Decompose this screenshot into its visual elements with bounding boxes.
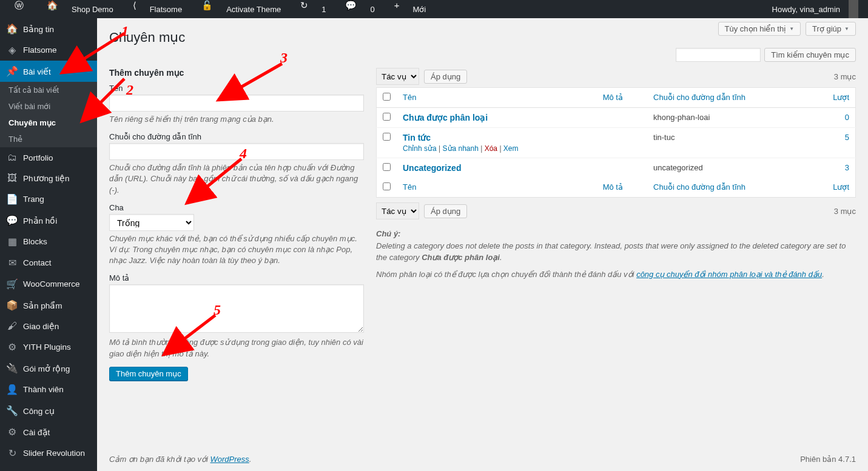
- desc-cell: [597, 108, 647, 128]
- category-name-link[interactable]: Tin tức: [403, 133, 431, 142]
- sidebar-item-blocks[interactable]: ▦Blocks: [0, 231, 97, 252]
- delete-link[interactable]: Xóa: [485, 144, 497, 153]
- lock-icon: 🔓: [197, 0, 218, 18]
- menu-label: Thành viên: [23, 385, 64, 394]
- menu-label: Sản phẩm: [23, 301, 62, 310]
- col-count-foot[interactable]: Lượt: [833, 182, 849, 192]
- sidebar-item-woocommerce[interactable]: 🛒WooCommerce: [0, 273, 97, 295]
- quick-edit-link[interactable]: Sửa nhanh: [443, 144, 479, 153]
- table-row: Uncategorized uncategorized 3: [377, 158, 856, 178]
- sidebar-item-pages[interactable]: 📄Trang: [0, 189, 97, 210]
- menu-label: Gói mở rộng: [23, 364, 70, 373]
- view-link[interactable]: Xem: [503, 144, 519, 153]
- subitem-tags[interactable]: Thẻ: [0, 131, 97, 147]
- delete-note: Chú ý: Deleting a category does not dele…: [376, 228, 856, 280]
- categories-table: Tên Mô tả Chuỗi cho đường dẫn tĩnh Lượt …: [376, 87, 856, 198]
- screen-options-button[interactable]: Tùy chọn hiển thị: [718, 22, 801, 36]
- new-link[interactable]: +Mới: [385, 0, 436, 18]
- dashboard-icon: 🏠: [6, 23, 18, 35]
- item-count-bottom: 3 mục: [834, 207, 856, 216]
- site-link[interactable]: 🏠Shop Demo: [37, 0, 123, 18]
- row-checkbox[interactable]: [383, 113, 391, 121]
- sidebar-item-yith[interactable]: ⚙YITH Plugins: [0, 336, 97, 358]
- count-link[interactable]: 3: [845, 163, 849, 172]
- slug-help: Chuỗi cho đường dẫn tĩnh là phiên bản củ…: [109, 162, 364, 196]
- woo-icon: 🛒: [6, 278, 18, 290]
- name-input[interactable]: [109, 95, 364, 112]
- col-slug[interactable]: Chuỗi cho đường dẫn tĩnh: [653, 93, 745, 102]
- sidebar-item-contact[interactable]: ✉Contact: [0, 252, 97, 273]
- sidebar-item-media[interactable]: 🖼Phương tiện: [0, 168, 97, 189]
- col-desc-foot[interactable]: Mô tả: [603, 182, 623, 192]
- gear-icon: ⚙: [6, 341, 18, 353]
- howdy-link[interactable]: Howdy, vina_admin: [762, 0, 863, 18]
- converter-link[interactable]: công cụ chuyển đổi nhóm phân loại và thẻ…: [636, 270, 822, 279]
- search-button[interactable]: Tìm kiếm chuyên mục: [764, 48, 856, 62]
- sidebar-item-posts[interactable]: 📌Bài viết: [0, 61, 97, 82]
- bulk-action-select-top[interactable]: Tác vụ: [376, 68, 419, 85]
- parent-select[interactable]: Trống: [109, 214, 194, 231]
- edit-link[interactable]: Chỉnh sửa: [403, 144, 437, 153]
- wordpress-link[interactable]: WordPress: [210, 455, 249, 464]
- admin-footer: Cảm ơn bạn đã khởi tạo với WordPress. Ph…: [109, 455, 856, 464]
- sidebar-item-appearance[interactable]: 🖌Giao diện: [0, 316, 97, 336]
- bulk-action-select-bottom[interactable]: Tác vụ: [376, 202, 419, 219]
- wp-logo[interactable]: ⓦ: [5, 0, 37, 18]
- desc-textarea[interactable]: [109, 284, 364, 333]
- col-desc[interactable]: Mô tả: [603, 93, 623, 102]
- sidebar-item-slider[interactable]: ↻Slider Revolution: [0, 443, 97, 464]
- subitem-new-post[interactable]: Viết bài mới: [0, 98, 97, 115]
- note-text-2: Nhóm phân loại có thể được lựa chọn chuy…: [376, 270, 636, 279]
- comments-link[interactable]: 💬0: [335, 0, 384, 18]
- category-search-input[interactable]: [676, 48, 761, 62]
- user-icon: 👤: [6, 384, 18, 395]
- slug-input[interactable]: [109, 143, 364, 160]
- row-checkbox[interactable]: [383, 133, 391, 141]
- media-icon: 🖼: [6, 173, 18, 184]
- desc-cell: [597, 158, 647, 178]
- sidebar-item-dashboard[interactable]: 🏠Bảng tin: [0, 18, 97, 39]
- desc-cell: [597, 128, 647, 158]
- col-count[interactable]: Lượt: [833, 93, 849, 102]
- select-all-bottom[interactable]: [383, 182, 391, 190]
- new-text: Mới: [408, 0, 431, 18]
- sidebar-item-portfolio[interactable]: 🗂Portfolio: [0, 147, 97, 168]
- theme-link[interactable]: ⟨Flatsome: [123, 0, 192, 18]
- category-name-link[interactable]: Chưa được phân loại: [403, 113, 488, 122]
- category-name-link[interactable]: Uncategorized: [403, 163, 461, 173]
- subitem-all-posts[interactable]: Tất cả bài viết: [0, 82, 97, 98]
- sidebar-item-collapse[interactable]: ◀Thu gọn trình đơn: [0, 464, 97, 471]
- updates-link[interactable]: ↻1: [291, 0, 335, 18]
- sidebar-item-flatsome[interactable]: ◈Flatsome: [0, 39, 97, 61]
- select-all-top[interactable]: [383, 93, 391, 101]
- updates-count: 1: [317, 0, 331, 18]
- apply-button-bottom[interactable]: Áp dụng: [424, 204, 467, 218]
- sidebar-item-comments[interactable]: 💬Phản hồi: [0, 210, 97, 231]
- subitem-categories[interactable]: Chuyên mục: [0, 115, 97, 131]
- item-count-top: 3 mục: [834, 72, 856, 81]
- flatsome-icon: ◈: [6, 44, 18, 56]
- admin-toolbar: ⓦ 🏠Shop Demo ⟨Flatsome 🔓Activate Theme ↻…: [0, 0, 868, 18]
- slug-cell: tin-tuc: [647, 128, 810, 158]
- plus-icon: +: [389, 0, 405, 18]
- activate-theme-link[interactable]: 🔓Activate Theme: [192, 0, 291, 18]
- admin-sidebar: 🏠Bảng tin ◈Flatsome 📌Bài viết Tất cả bài…: [0, 18, 97, 471]
- row-actions: Chỉnh sửa | Sửa nhanh | Xóa | Xem: [403, 144, 591, 153]
- parent-label: Cha: [109, 203, 364, 212]
- menu-label: Phương tiện: [23, 173, 70, 183]
- submit-button[interactable]: Thêm chuyên mục: [109, 367, 188, 381]
- sidebar-item-users[interactable]: 👤Thành viên: [0, 379, 97, 400]
- sidebar-item-products[interactable]: 📦Sản phẩm: [0, 295, 97, 316]
- sidebar-item-settings[interactable]: ⚙Cài đặt: [0, 421, 97, 443]
- help-button[interactable]: Trợ giúp: [806, 22, 856, 36]
- count-link[interactable]: 5: [845, 133, 849, 142]
- col-slug-foot[interactable]: Chuỗi cho đường dẫn tĩnh: [653, 182, 745, 192]
- sidebar-item-tools[interactable]: 🔧Công cụ: [0, 400, 97, 421]
- count-link[interactable]: 0: [845, 113, 849, 122]
- col-name[interactable]: Tên: [403, 93, 416, 102]
- blocks-icon: ▦: [6, 236, 18, 247]
- col-name-foot[interactable]: Tên: [403, 182, 416, 192]
- apply-button-top[interactable]: Áp dụng: [424, 70, 467, 84]
- sidebar-item-plugins[interactable]: 🔌Gói mở rộng: [0, 358, 97, 379]
- row-checkbox[interactable]: [383, 163, 391, 171]
